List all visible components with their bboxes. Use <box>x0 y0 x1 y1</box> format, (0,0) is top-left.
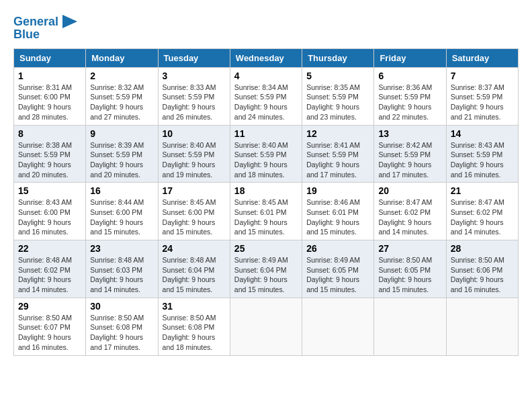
weekday-header: Wednesday <box>230 48 302 67</box>
day-info: Sunrise: 8:45 AMSunset: 6:00 PMDaylight:… <box>163 197 226 237</box>
calendar-week-row: 8Sunrise: 8:38 AMSunset: 5:59 PMDaylight… <box>14 125 519 183</box>
day-info: Sunrise: 8:50 AMSunset: 6:08 PMDaylight:… <box>90 313 153 353</box>
day-number: 18 <box>234 185 298 196</box>
day-info: Sunrise: 8:36 AMSunset: 5:59 PMDaylight:… <box>378 83 441 122</box>
calendar-week-row: 1Sunrise: 8:31 AMSunset: 6:00 PMDaylight… <box>14 67 519 125</box>
day-number: 8 <box>18 128 81 139</box>
logo: General Blue <box>13 13 77 42</box>
day-number: 17 <box>163 185 226 196</box>
day-number: 13 <box>378 128 441 139</box>
day-info: Sunrise: 8:40 AMSunset: 5:59 PMDaylight:… <box>163 140 226 180</box>
day-number: 19 <box>306 185 369 196</box>
day-info: Sunrise: 8:49 AMSunset: 6:05 PMDaylight:… <box>306 255 369 295</box>
calendar-cell: 11Sunrise: 8:40 AMSunset: 5:59 PMDayligh… <box>230 125 302 183</box>
logo-arrow-icon <box>62 15 77 28</box>
day-number: 23 <box>90 243 153 254</box>
calendar-cell: 1Sunrise: 8:31 AMSunset: 6:00 PMDaylight… <box>14 67 86 125</box>
day-info: Sunrise: 8:38 AMSunset: 5:59 PMDaylight:… <box>18 140 81 180</box>
day-number: 29 <box>18 301 81 312</box>
calendar-cell: 24Sunrise: 8:48 AMSunset: 6:04 PMDayligh… <box>158 240 230 298</box>
calendar-cell: 7Sunrise: 8:37 AMSunset: 5:59 PMDaylight… <box>446 67 518 125</box>
day-info: Sunrise: 8:50 AMSunset: 6:06 PMDaylight:… <box>451 255 514 295</box>
day-info: Sunrise: 8:40 AMSunset: 5:59 PMDaylight:… <box>234 140 298 180</box>
day-number: 3 <box>163 71 226 81</box>
calendar-cell: 25Sunrise: 8:49 AMSunset: 6:04 PMDayligh… <box>230 240 302 298</box>
day-number: 4 <box>234 71 298 81</box>
day-info: Sunrise: 8:48 AMSunset: 6:04 PMDaylight:… <box>163 255 226 295</box>
calendar-cell: 20Sunrise: 8:47 AMSunset: 6:02 PMDayligh… <box>374 183 446 240</box>
calendar-cell: 13Sunrise: 8:42 AMSunset: 5:59 PMDayligh… <box>374 125 446 183</box>
day-number: 21 <box>451 185 514 196</box>
day-number: 31 <box>163 301 226 312</box>
day-info: Sunrise: 8:32 AMSunset: 5:59 PMDaylight:… <box>90 83 153 122</box>
day-info: Sunrise: 8:41 AMSunset: 5:59 PMDaylight:… <box>306 140 369 180</box>
day-number: 30 <box>90 301 153 312</box>
calendar-cell: 15Sunrise: 8:43 AMSunset: 6:00 PMDayligh… <box>14 183 86 240</box>
day-info: Sunrise: 8:47 AMSunset: 6:02 PMDaylight:… <box>378 197 441 237</box>
day-number: 28 <box>451 243 514 254</box>
day-info: Sunrise: 8:49 AMSunset: 6:04 PMDaylight:… <box>234 255 298 295</box>
day-info: Sunrise: 8:31 AMSunset: 6:00 PMDaylight:… <box>18 83 81 122</box>
day-number: 5 <box>306 71 369 81</box>
calendar-cell <box>230 298 302 355</box>
day-number: 9 <box>90 128 153 139</box>
page-header: General Blue <box>13 13 519 42</box>
calendar-cell: 10Sunrise: 8:40 AMSunset: 5:59 PMDayligh… <box>158 125 230 183</box>
calendar-cell: 19Sunrise: 8:46 AMSunset: 6:01 PMDayligh… <box>302 183 374 240</box>
calendar-cell: 12Sunrise: 8:41 AMSunset: 5:59 PMDayligh… <box>302 125 374 183</box>
day-info: Sunrise: 8:47 AMSunset: 6:02 PMDaylight:… <box>451 197 514 237</box>
calendar-cell: 30Sunrise: 8:50 AMSunset: 6:08 PMDayligh… <box>86 298 158 355</box>
calendar-cell: 5Sunrise: 8:35 AMSunset: 5:59 PMDaylight… <box>302 67 374 125</box>
day-number: 24 <box>163 243 226 254</box>
day-info: Sunrise: 8:46 AMSunset: 6:01 PMDaylight:… <box>306 197 369 237</box>
day-number: 10 <box>163 128 226 139</box>
calendar-cell: 28Sunrise: 8:50 AMSunset: 6:06 PMDayligh… <box>446 240 518 298</box>
day-number: 16 <box>90 185 153 196</box>
calendar-table: SundayMondayTuesdayWednesdayThursdayFrid… <box>13 48 519 356</box>
day-info: Sunrise: 8:50 AMSunset: 6:08 PMDaylight:… <box>163 313 226 353</box>
calendar-cell: 3Sunrise: 8:33 AMSunset: 5:59 PMDaylight… <box>158 67 230 125</box>
svg-marker-0 <box>62 15 77 28</box>
day-info: Sunrise: 8:42 AMSunset: 5:59 PMDaylight:… <box>378 140 441 180</box>
day-number: 2 <box>90 71 153 81</box>
calendar-week-row: 22Sunrise: 8:48 AMSunset: 6:02 PMDayligh… <box>14 240 519 298</box>
day-number: 15 <box>18 185 81 196</box>
calendar-cell: 18Sunrise: 8:45 AMSunset: 6:01 PMDayligh… <box>230 183 302 240</box>
day-info: Sunrise: 8:45 AMSunset: 6:01 PMDaylight:… <box>234 197 298 237</box>
calendar-cell: 29Sunrise: 8:50 AMSunset: 6:07 PMDayligh… <box>14 298 86 355</box>
calendar-cell: 27Sunrise: 8:50 AMSunset: 6:05 PMDayligh… <box>374 240 446 298</box>
weekday-header: Friday <box>374 48 446 67</box>
day-info: Sunrise: 8:48 AMSunset: 6:02 PMDaylight:… <box>18 255 81 295</box>
day-number: 25 <box>234 243 298 254</box>
day-info: Sunrise: 8:48 AMSunset: 6:03 PMDaylight:… <box>90 255 153 295</box>
day-number: 7 <box>451 71 514 81</box>
calendar-cell: 6Sunrise: 8:36 AMSunset: 5:59 PMDaylight… <box>374 67 446 125</box>
day-info: Sunrise: 8:50 AMSunset: 6:07 PMDaylight:… <box>18 313 81 353</box>
weekday-header: Monday <box>86 48 158 67</box>
day-info: Sunrise: 8:34 AMSunset: 5:59 PMDaylight:… <box>234 83 298 122</box>
logo-text-blue: Blue <box>13 28 40 42</box>
calendar-week-row: 15Sunrise: 8:43 AMSunset: 6:00 PMDayligh… <box>14 183 519 240</box>
calendar-cell: 9Sunrise: 8:39 AMSunset: 5:59 PMDaylight… <box>86 125 158 183</box>
day-number: 6 <box>378 71 441 81</box>
day-info: Sunrise: 8:43 AMSunset: 5:59 PMDaylight:… <box>451 140 514 180</box>
weekday-header: Thursday <box>302 48 374 67</box>
weekday-header: Tuesday <box>158 48 230 67</box>
logo-text: General <box>13 15 58 29</box>
calendar-week-row: 29Sunrise: 8:50 AMSunset: 6:07 PMDayligh… <box>14 298 519 355</box>
calendar-cell: 16Sunrise: 8:44 AMSunset: 6:00 PMDayligh… <box>86 183 158 240</box>
calendar-cell: 2Sunrise: 8:32 AMSunset: 5:59 PMDaylight… <box>86 67 158 125</box>
calendar-cell <box>374 298 446 355</box>
day-info: Sunrise: 8:37 AMSunset: 5:59 PMDaylight:… <box>451 83 514 122</box>
day-number: 12 <box>306 128 369 139</box>
calendar-cell: 4Sunrise: 8:34 AMSunset: 5:59 PMDaylight… <box>230 67 302 125</box>
calendar-cell <box>446 298 518 355</box>
day-number: 27 <box>378 243 441 254</box>
calendar-header-row: SundayMondayTuesdayWednesdayThursdayFrid… <box>14 48 519 67</box>
weekday-header: Saturday <box>446 48 518 67</box>
calendar-cell: 26Sunrise: 8:49 AMSunset: 6:05 PMDayligh… <box>302 240 374 298</box>
day-info: Sunrise: 8:43 AMSunset: 6:00 PMDaylight:… <box>18 197 81 237</box>
day-info: Sunrise: 8:44 AMSunset: 6:00 PMDaylight:… <box>90 197 153 237</box>
day-number: 11 <box>234 128 298 139</box>
calendar-cell: 23Sunrise: 8:48 AMSunset: 6:03 PMDayligh… <box>86 240 158 298</box>
